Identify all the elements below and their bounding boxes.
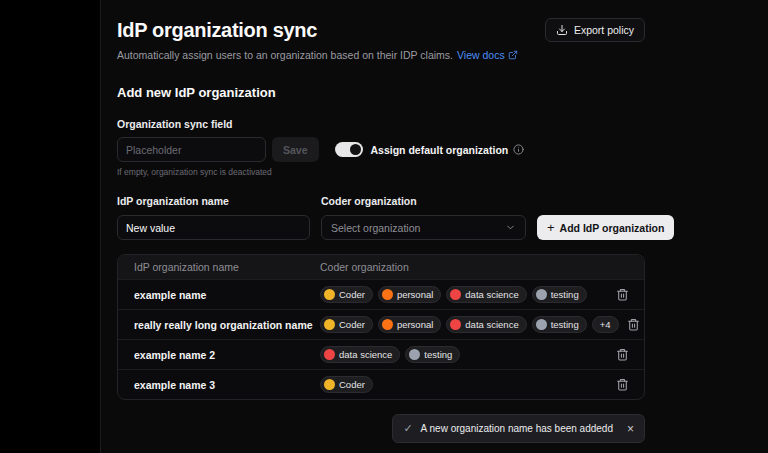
organization-badge: personal <box>378 316 441 333</box>
organization-badge: Coder <box>320 376 373 393</box>
personal-org-avatar-icon <box>382 319 393 330</box>
check-icon: ✓ <box>403 422 412 435</box>
coder-org-avatar-icon <box>324 379 335 390</box>
table-body: example nameCoderpersonaldata sciencetes… <box>118 279 644 399</box>
testing-org-avatar-icon <box>536 319 547 330</box>
coder-organization-cell: Coder <box>320 376 602 393</box>
organization-badge-label: data science <box>465 289 518 300</box>
organization-badge: data science <box>446 316 526 333</box>
delete-row-button[interactable] <box>610 373 634 397</box>
idp-organization-name-field: IdP organization name <box>117 195 310 240</box>
delete-row-button[interactable] <box>610 343 634 367</box>
coder-organization-cell: Coderpersonaldata sciencetesting+4 <box>320 316 619 333</box>
coder-organization-label: Coder organization <box>321 195 526 207</box>
trash-icon <box>616 378 629 391</box>
view-docs-label: View docs <box>457 49 505 61</box>
organization-badge: Coder <box>320 316 373 333</box>
coder-organization-select[interactable]: Select organization <box>321 215 526 240</box>
idp-organization-name-cell: example name 2 <box>118 349 320 361</box>
view-docs-link[interactable]: View docs <box>457 49 518 61</box>
assign-default-organization-label: Assign default organization <box>371 144 509 156</box>
success-toast: ✓ A new organization name has been added… <box>392 414 645 443</box>
toast-close-button[interactable]: × <box>627 423 634 435</box>
main-content-panel: IdP organization sync Export policy Auto… <box>100 0 768 453</box>
delete-row-button[interactable] <box>610 283 634 307</box>
trash-icon <box>616 288 629 301</box>
external-link-icon <box>508 50 518 60</box>
coder-org-avatar-icon <box>324 319 335 330</box>
info-icon <box>513 144 524 155</box>
testing-org-avatar-icon <box>409 349 420 360</box>
table-row: example nameCoderpersonaldata sciencetes… <box>118 279 644 309</box>
organization-badge: data science <box>320 346 400 363</box>
delete-row-button[interactable] <box>627 313 640 337</box>
organization-badge-label: data science <box>465 319 518 330</box>
organization-badge: testing <box>532 316 587 333</box>
data-science-org-avatar-icon <box>324 349 335 360</box>
coder-organization-cell: data sciencetesting <box>320 346 602 363</box>
organization-badge-label: Coder <box>339 379 365 390</box>
organization-badge: data science <box>446 286 526 303</box>
personal-org-avatar-icon <box>382 289 393 300</box>
trash-icon <box>616 348 629 361</box>
subtitle-text: Automatically assign users to an organiz… <box>117 49 453 61</box>
coder-organization-cell: Coderpersonaldata sciencetesting <box>320 286 602 303</box>
organization-badge-label: Coder <box>339 289 365 300</box>
save-button[interactable]: Save <box>272 137 319 162</box>
data-science-org-avatar-icon <box>450 319 461 330</box>
table-header: IdP organization name Coder organization <box>118 255 644 279</box>
idp-organization-name-label: IdP organization name <box>117 195 310 207</box>
select-placeholder: Select organization <box>331 222 420 234</box>
table-row: example name 3Coder <box>118 369 644 399</box>
organization-badge: testing <box>405 346 460 363</box>
table-header-idp-name: IdP organization name <box>118 261 320 273</box>
organization-badge: Coder <box>320 286 373 303</box>
coder-org-avatar-icon <box>324 289 335 300</box>
organization-sync-field-label: Organization sync field <box>117 118 645 130</box>
content-container: IdP organization sync Export policy Auto… <box>117 0 645 443</box>
organization-badge-label: personal <box>397 289 433 300</box>
add-idp-organization-label: Add IdP organization <box>560 222 665 234</box>
organization-badge-label: personal <box>397 319 433 330</box>
assign-default-organization-toggle[interactable] <box>335 142 363 157</box>
organization-badge-label: testing <box>424 349 452 360</box>
testing-org-avatar-icon <box>536 289 547 300</box>
organization-badge-label: testing <box>551 289 579 300</box>
export-policy-label: Export policy <box>574 24 634 36</box>
add-idp-organization-button[interactable]: + Add IdP organization <box>537 215 674 240</box>
page-title: IdP organization sync <box>117 19 317 42</box>
idp-organization-name-input[interactable] <box>117 215 310 240</box>
sync-field-row: Save Assign default organization <box>117 137 645 162</box>
data-science-org-avatar-icon <box>450 289 461 300</box>
page-subtitle: Automatically assign users to an organiz… <box>117 49 645 61</box>
more-organizations-badge: +4 <box>592 316 619 333</box>
plus-icon: + <box>547 221 555 234</box>
page-header: IdP organization sync Export policy <box>117 18 645 42</box>
table-row: really really long organization nameCode… <box>118 309 644 339</box>
coder-organization-field: Coder organization Select organization <box>321 195 526 240</box>
organization-badge-label: testing <box>551 319 579 330</box>
table-row: example name 2data sciencetesting <box>118 339 644 369</box>
organization-sync-field-input[interactable] <box>117 137 266 162</box>
idp-organization-table: IdP organization name Coder organization… <box>117 254 645 400</box>
export-policy-button[interactable]: Export policy <box>545 18 645 42</box>
toggle-knob <box>350 144 361 155</box>
organization-badge: testing <box>532 286 587 303</box>
download-icon <box>556 24 568 36</box>
add-organization-form-row: IdP organization name Coder organization… <box>117 195 645 240</box>
organization-badge-label: data science <box>339 349 392 360</box>
chevron-down-icon <box>505 222 516 233</box>
toast-message: A new organization name has been addedd <box>421 423 613 434</box>
section-title: Add new IdP organization <box>117 85 645 100</box>
organization-badge-label: Coder <box>339 319 365 330</box>
idp-organization-name-cell: really really long organization name <box>118 319 320 331</box>
table-header-coder-organization: Coder organization <box>320 261 644 273</box>
trash-icon <box>627 318 640 331</box>
sync-field-helper-text: If empty, organization sync is deactivat… <box>117 167 645 177</box>
idp-organization-name-cell: example name 3 <box>118 379 320 391</box>
idp-organization-name-cell: example name <box>118 289 320 301</box>
organization-badge: personal <box>378 286 441 303</box>
